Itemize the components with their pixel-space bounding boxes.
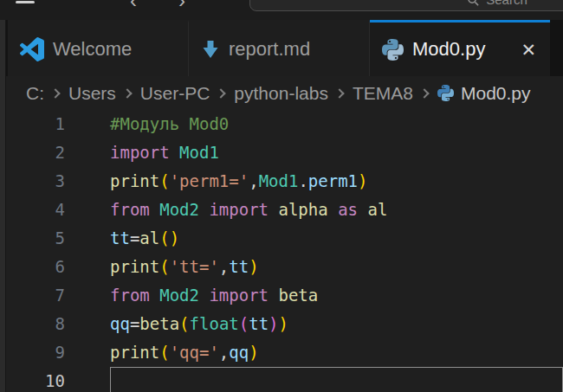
command-center-search[interactable]: Search [249,0,563,11]
code-token: ( [159,228,169,247]
code-line[interactable]: 4from Mod2 import alpha as al [0,196,563,224]
chevron-right-icon [50,88,60,98]
code-line[interactable]: 2import Mod1 [0,138,563,167]
code-token: ( [159,171,169,190]
line-number: 8 [0,310,65,338]
chevron-right-icon [419,88,429,98]
code-token: beta [139,314,179,333]
navigate-forward-icon[interactable]: › [178,0,185,13]
code-content[interactable]: print('tt=',tt) [110,253,563,281]
code-token: ) [170,228,179,247]
code-token: ) [249,257,258,276]
search-label: Search [486,0,527,7]
code-line[interactable]: 9print('qq=',qq) [0,338,563,367]
code-token: ) [358,171,367,190]
code-token: Mod1 [179,143,219,162]
vscode-window: ‹ › Search Welcome report.md [0,0,563,392]
code-token: qq [110,314,130,333]
code-token: tt [229,257,249,276]
navigate-back-icon[interactable]: ‹ [130,0,137,13]
code-token: print [110,171,159,190]
python-icon [382,39,404,61]
code-token: #Модуль Mod0 [110,114,229,133]
code-content[interactable] [110,367,563,392]
line-number: 6 [0,253,65,281]
line-number: 5 [0,224,65,253]
code-token: print [110,343,159,362]
code-token: ) [249,343,258,362]
tab-label: Mod0.py [412,38,485,61]
code-content[interactable]: qq=beta(float(tt)) [110,310,563,338]
code-token: ) [279,314,288,333]
code-token: , [219,343,229,362]
code-content[interactable]: from Mod2 import alpha as al [110,196,563,224]
line-number: 9 [0,338,65,367]
code-token: as [338,200,367,219]
breadcrumb-item[interactable]: Users [68,83,116,104]
code-token: ( [159,257,169,276]
code-token: ( [159,343,169,362]
title-bar: ‹ › Search [0,0,563,20]
vscode-logo-icon [20,37,44,61]
code-content[interactable]: #Модуль Mod0 [110,110,563,138]
code-token: import [110,143,179,162]
line-number: 3 [0,167,65,196]
code-token: ( [179,314,189,333]
tab-mod0-py[interactable]: Mod0.py ✕ [370,20,550,76]
code-line[interactable]: 5tt=al() [0,224,563,253]
code-token: Mod1 [259,171,299,190]
code-lines: 1#Модуль Mod02import Mod13print('perm1='… [0,110,563,392]
chevron-right-icon [334,88,344,98]
breadcrumb-item[interactable]: C: [26,83,44,104]
code-token: import [209,200,278,219]
breadcrumb-item[interactable]: python-labs [234,83,328,104]
code-content[interactable]: print('perm1=',Mod1.perm1) [110,167,563,196]
code-token: perm1 [308,171,358,190]
code-line[interactable]: 1#Модуль Mod0 [0,110,563,138]
menu-hamburger-icon[interactable] [16,1,35,3]
code-content[interactable]: from Mod2 import beta [110,281,563,310]
code-token: tt [110,228,130,247]
code-editor[interactable]: 1#Модуль Mod02import Mod13print('perm1='… [0,110,563,392]
code-token: Mod2 [159,200,209,219]
line-number: 7 [0,281,65,310]
breadcrumb-item[interactable]: User-PC [140,83,210,104]
code-content[interactable]: import Mod1 [110,138,563,167]
editor-tab-bar: Welcome report.md Mod0.py ✕ [0,20,563,76]
close-tab-icon[interactable]: ✕ [521,41,536,59]
code-token: ( [239,314,249,333]
code-token: . [298,171,307,190]
python-icon [437,85,454,101]
code-line[interactable]: 10 [0,367,563,392]
code-token: = [130,228,139,247]
code-token: 'qq=' [170,343,219,362]
breadcrumb: C:UsersUser-PCpython-labsTEMA8 Mod0.py [0,76,563,110]
code-token: qq [229,343,249,362]
code-token: tt [249,314,269,333]
code-token: float [190,314,239,333]
code-token: = [130,314,139,333]
code-token: Mod2 [159,286,209,305]
tab-report-md[interactable]: report.md [189,20,370,76]
code-token: print [110,257,159,276]
code-content[interactable]: tt=al() [110,224,563,253]
code-token: ) [269,314,278,333]
code-token: from [110,200,159,219]
markdown-file-icon [201,40,220,59]
breadcrumb-items: C:UsersUser-PCpython-labsTEMA8 [26,83,437,104]
code-token: al [139,228,159,247]
code-line[interactable]: 3print('perm1=',Mod1.perm1) [0,167,563,196]
code-token: al [367,200,387,219]
window-left-edge [0,20,6,392]
code-token: import [209,286,278,305]
breadcrumb-file[interactable]: Mod0.py [437,83,531,104]
tab-welcome[interactable]: Welcome [8,20,189,76]
line-number: 1 [0,110,65,138]
code-content[interactable]: print('qq=',qq) [110,338,563,367]
code-line[interactable]: 7from Mod2 import beta [0,281,563,310]
breadcrumb-item[interactable]: TEMA8 [353,83,413,104]
search-icon [467,0,480,7]
code-line[interactable]: 6print('tt=',tt) [0,253,563,281]
code-line[interactable]: 8qq=beta(float(tt)) [0,310,563,338]
code-token: 'perm1=' [170,171,249,190]
